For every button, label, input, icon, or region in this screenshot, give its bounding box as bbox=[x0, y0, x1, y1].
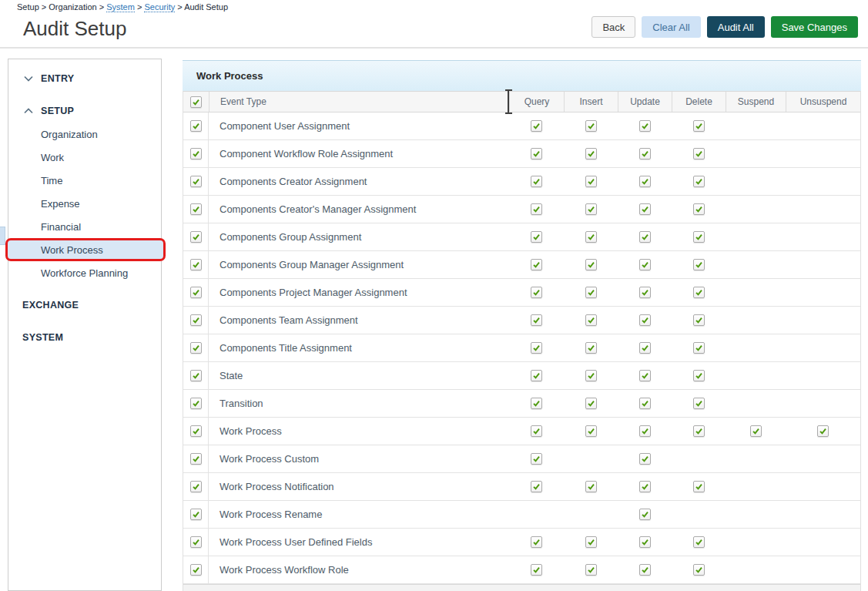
sidebar-item-work[interactable]: Work bbox=[8, 146, 161, 169]
row-checkbox[interactable] bbox=[190, 481, 202, 492]
row-checkbox[interactable] bbox=[190, 203, 202, 215]
audit-checkbox-insert[interactable] bbox=[585, 481, 597, 492]
clear-all-button[interactable]: Clear All bbox=[642, 16, 700, 38]
audit-checkbox-update[interactable] bbox=[639, 314, 651, 326]
audit-checkbox-query[interactable] bbox=[531, 425, 542, 437]
audit-checkbox-update[interactable] bbox=[639, 231, 651, 243]
breadcrumb-item-system[interactable]: System bbox=[106, 2, 135, 12]
audit-checkbox-update[interactable] bbox=[639, 481, 651, 492]
audit-checkbox-update[interactable] bbox=[639, 398, 651, 409]
sidebar-item-expense[interactable]: Expense bbox=[8, 192, 161, 215]
audit-checkbox-update[interactable] bbox=[639, 564, 651, 576]
audit-checkbox-delete[interactable] bbox=[693, 370, 705, 381]
row-checkbox[interactable] bbox=[190, 287, 202, 298]
row-checkbox[interactable] bbox=[190, 176, 202, 187]
audit-checkbox-insert[interactable] bbox=[585, 287, 597, 298]
audit-checkbox-insert[interactable] bbox=[585, 120, 597, 132]
audit-checkbox-delete[interactable] bbox=[693, 120, 705, 132]
sidebar-section-exchange[interactable]: EXCHANGE bbox=[8, 294, 161, 317]
row-checkbox[interactable] bbox=[190, 564, 202, 576]
audit-checkbox-insert[interactable] bbox=[585, 259, 597, 270]
row-checkbox[interactable] bbox=[190, 453, 202, 465]
audit-checkbox-update[interactable] bbox=[639, 259, 651, 270]
audit-checkbox-insert[interactable] bbox=[585, 536, 597, 548]
audit-checkbox-insert[interactable] bbox=[585, 370, 597, 381]
audit-checkbox-delete[interactable] bbox=[693, 342, 705, 354]
sidebar-section-system[interactable]: SYSTEM bbox=[8, 326, 161, 349]
row-checkbox[interactable] bbox=[190, 259, 202, 270]
row-checkbox[interactable] bbox=[190, 370, 202, 381]
audit-checkbox-update[interactable] bbox=[639, 120, 651, 132]
audit-checkbox-update[interactable] bbox=[639, 148, 651, 160]
audit-checkbox-update[interactable] bbox=[639, 342, 651, 354]
sidebar-item-workforce-planning[interactable]: Workforce Planning bbox=[8, 261, 161, 284]
audit-checkbox-update[interactable] bbox=[639, 425, 651, 437]
row-checkbox[interactable] bbox=[190, 120, 202, 132]
audit-checkbox-delete[interactable] bbox=[693, 425, 705, 437]
audit-checkbox-insert[interactable] bbox=[585, 342, 597, 354]
audit-checkbox-query[interactable] bbox=[531, 453, 542, 465]
audit-checkbox-delete[interactable] bbox=[693, 287, 705, 298]
audit-checkbox-update[interactable] bbox=[639, 176, 651, 187]
column-resize-cursor[interactable] bbox=[505, 89, 512, 114]
audit-checkbox-query[interactable] bbox=[531, 314, 542, 326]
row-checkbox[interactable] bbox=[190, 398, 202, 409]
audit-checkbox-delete[interactable] bbox=[693, 564, 705, 576]
row-checkbox[interactable] bbox=[190, 536, 202, 548]
audit-checkbox-update[interactable] bbox=[639, 370, 651, 381]
audit-checkbox-query[interactable] bbox=[531, 120, 542, 132]
audit-checkbox-query[interactable] bbox=[531, 481, 542, 492]
sidebar-section-setup[interactable]: SETUP bbox=[8, 99, 161, 123]
row-checkbox[interactable] bbox=[190, 231, 202, 243]
row-checkbox[interactable] bbox=[190, 314, 202, 326]
row-checkbox[interactable] bbox=[190, 509, 202, 520]
sidebar-item-work-process[interactable]: Work Process bbox=[5, 238, 166, 261]
audit-checkbox-query[interactable] bbox=[531, 536, 542, 548]
audit-checkbox-query[interactable] bbox=[531, 176, 542, 187]
sidebar-section-entry[interactable]: ENTRY bbox=[8, 67, 161, 90]
audit-checkbox-delete[interactable] bbox=[693, 148, 705, 160]
audit-checkbox-query[interactable] bbox=[531, 287, 542, 298]
audit-checkbox-update[interactable] bbox=[639, 509, 651, 520]
save-changes-button[interactable]: Save Changes bbox=[771, 16, 858, 38]
audit-checkbox-delete[interactable] bbox=[693, 203, 705, 215]
audit-checkbox-insert[interactable] bbox=[585, 314, 597, 326]
audit-checkbox-query[interactable] bbox=[531, 231, 542, 243]
audit-checkbox-delete[interactable] bbox=[693, 536, 705, 548]
audit-checkbox-query[interactable] bbox=[531, 259, 542, 270]
audit-checkbox-update[interactable] bbox=[639, 453, 651, 465]
audit-checkbox-update[interactable] bbox=[639, 287, 651, 298]
audit-checkbox-query[interactable] bbox=[531, 203, 542, 215]
audit-checkbox-query[interactable] bbox=[531, 370, 542, 381]
audit-checkbox-delete[interactable] bbox=[693, 176, 705, 187]
audit-checkbox-insert[interactable] bbox=[585, 398, 597, 409]
audit-checkbox-delete[interactable] bbox=[693, 398, 705, 409]
audit-checkbox-insert[interactable] bbox=[585, 203, 597, 215]
audit-checkbox-update[interactable] bbox=[639, 536, 651, 548]
audit-checkbox-delete[interactable] bbox=[693, 259, 705, 270]
audit-checkbox-query[interactable] bbox=[531, 398, 542, 409]
sidebar-item-time[interactable]: Time bbox=[8, 169, 161, 192]
row-checkbox[interactable] bbox=[190, 342, 202, 354]
audit-checkbox-insert[interactable] bbox=[585, 176, 597, 187]
sidebar-item-organization[interactable]: Organization bbox=[8, 123, 161, 146]
audit-checkbox-delete[interactable] bbox=[693, 231, 705, 243]
audit-checkbox-query[interactable] bbox=[531, 148, 542, 160]
audit-checkbox-query[interactable] bbox=[531, 342, 542, 354]
audit-checkbox-unsuspend[interactable] bbox=[817, 425, 829, 437]
audit-checkbox-suspend[interactable] bbox=[750, 425, 762, 437]
row-checkbox[interactable] bbox=[190, 425, 202, 437]
breadcrumb-item-security[interactable]: Security bbox=[144, 2, 175, 12]
audit-checkbox-delete[interactable] bbox=[693, 314, 705, 326]
back-button[interactable]: Back bbox=[592, 16, 635, 38]
row-checkbox[interactable] bbox=[190, 148, 202, 160]
audit-checkbox-insert[interactable] bbox=[585, 425, 597, 437]
audit-all-button[interactable]: Audit All bbox=[707, 16, 765, 38]
audit-checkbox-insert[interactable] bbox=[585, 148, 597, 160]
audit-checkbox-insert[interactable] bbox=[585, 564, 597, 576]
sidebar-item-financial[interactable]: Financial bbox=[8, 215, 161, 238]
select-all-checkbox[interactable] bbox=[190, 96, 202, 108]
audit-checkbox-update[interactable] bbox=[639, 203, 651, 215]
audit-checkbox-insert[interactable] bbox=[585, 231, 597, 243]
audit-checkbox-delete[interactable] bbox=[693, 481, 705, 492]
